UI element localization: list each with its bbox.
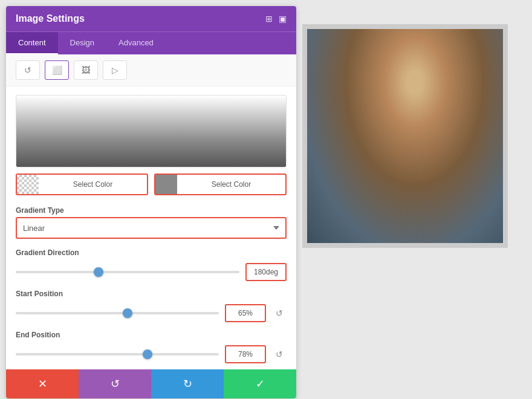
end-position-reset[interactable]: ↺ (272, 347, 287, 362)
collapse-icon[interactable]: ▣ (279, 14, 287, 24)
color-selectors: Select Color Select Color (6, 174, 296, 203)
gradient-direction-row: 180deg (16, 263, 287, 281)
bread-image (307, 29, 503, 243)
panel-header: Image Settings ⊞ ▣ (6, 6, 296, 31)
color-selector-end-label: Select Color (177, 180, 285, 189)
end-position-thumb[interactable] (143, 349, 152, 359)
gradient-direction-value[interactable]: 180deg (245, 263, 287, 281)
expand-icon[interactable]: ⊞ (265, 14, 273, 24)
tab-advanced[interactable]: Advanced (106, 32, 166, 54)
icon-subtabs: ↺ ⬜ 🖼 ▷ (6, 54, 296, 86)
gradient-direction-label: Gradient Direction (16, 248, 287, 259)
color-swatch-transparent (17, 175, 39, 194)
end-position-value[interactable]: 78% (225, 345, 266, 363)
color-selector-end[interactable]: Select Color (154, 174, 287, 195)
tab-content[interactable]: Content (6, 32, 58, 54)
gradient-type-wrapper: Linear Radial (6, 217, 296, 246)
start-position-reset[interactable]: ↺ (272, 306, 287, 320)
start-position-track[interactable] (16, 312, 219, 314)
cancel-button[interactable]: ✕ (6, 369, 79, 398)
gradient-direction-section: Gradient Direction 180deg (6, 246, 296, 287)
image-area (302, 24, 526, 290)
start-position-row: 65% ↺ (16, 304, 287, 322)
tab-design[interactable]: Design (58, 32, 106, 54)
gradient-direction-track[interactable] (16, 271, 239, 273)
end-position-row: 78% ↺ (16, 345, 287, 363)
image-container (302, 24, 508, 248)
gradient-type-label: Gradient Type (6, 203, 296, 217)
start-position-thumb[interactable] (123, 308, 132, 318)
settings-panel: Image Settings ⊞ ▣ Content Design Advanc… (6, 6, 296, 398)
icon-tab-video[interactable]: ▷ (103, 60, 127, 80)
panel-tabs: Content Design Advanced (6, 31, 296, 54)
start-position-value[interactable]: 65% (225, 304, 266, 322)
start-position-fill (16, 312, 128, 314)
bottom-toolbar: ✕ ↺ ↻ ✓ (6, 369, 296, 398)
reset-button[interactable]: ↺ (79, 369, 151, 398)
icon-tab-reset[interactable]: ↺ (16, 60, 40, 80)
end-position-track[interactable] (16, 353, 219, 355)
start-position-section: Start Position 65% ↺ (6, 287, 296, 328)
color-selector-start[interactable]: Select Color (16, 174, 148, 195)
panel-title: Image Settings (16, 13, 85, 24)
header-icons: ⊞ ▣ (265, 14, 287, 24)
redo-button[interactable]: ↻ (151, 369, 224, 398)
color-swatch-gray (155, 175, 177, 194)
gradient-direction-fill (16, 271, 99, 273)
gradient-direction-thumb[interactable] (94, 267, 103, 277)
gradient-preview (16, 95, 287, 167)
end-position-section: End Position 78% ↺ (6, 328, 296, 369)
gradient-type-select[interactable]: Linear Radial (16, 217, 287, 239)
confirm-button[interactable]: ✓ (224, 369, 296, 398)
end-position-fill (16, 353, 148, 355)
color-selector-start-label: Select Color (39, 180, 147, 189)
icon-tab-image[interactable]: ⬜ (45, 60, 69, 80)
start-position-label: Start Position (16, 290, 287, 300)
icon-tab-overlay[interactable]: 🖼 (74, 60, 98, 80)
end-position-label: End Position (16, 331, 287, 342)
